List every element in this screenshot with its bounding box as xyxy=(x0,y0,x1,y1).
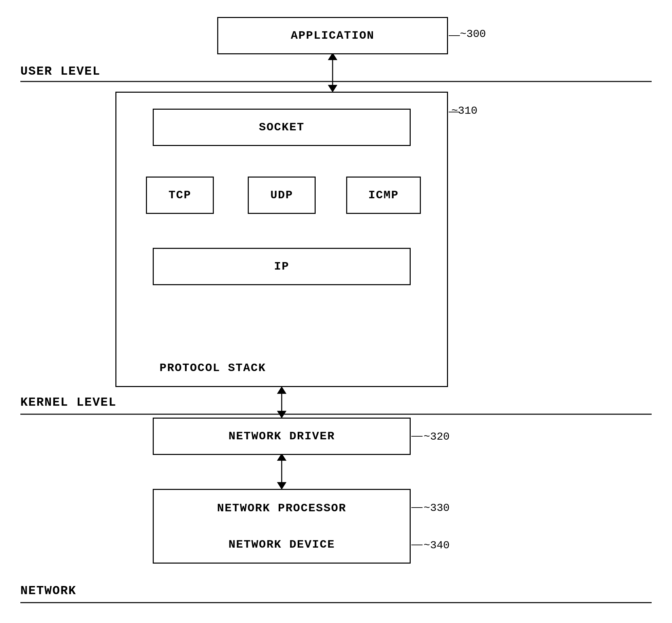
svg-marker-10 xyxy=(277,482,286,490)
network-level-label: NETWORK xyxy=(20,584,76,598)
network-device-label: NETWORK DEVICE xyxy=(228,538,335,551)
ref-300-value: 300 xyxy=(466,28,486,40)
ref-320: ~320 xyxy=(424,430,450,443)
svg-marker-8 xyxy=(277,386,286,394)
ref-330-value: 330 xyxy=(430,502,450,514)
ref-330: ~330 xyxy=(424,502,450,514)
diagram-container: USER LEVEL KERNEL LEVEL NETWORK APPLICAT… xyxy=(0,0,672,623)
ref-340: ~340 xyxy=(424,539,450,552)
ref-310-value: 310 xyxy=(458,105,478,117)
ip-box: IP xyxy=(153,248,411,285)
ref-320-tilde: ~ xyxy=(424,430,430,443)
application-label: APPLICATION xyxy=(291,29,374,42)
network-device-box: NETWORK DEVICE xyxy=(153,526,411,564)
ref-300: ~300 xyxy=(460,28,486,40)
ref-320-value: 320 xyxy=(430,430,450,443)
ip-label: IP xyxy=(274,260,290,273)
network-driver-box: NETWORK DRIVER xyxy=(153,418,411,455)
kernel-level-label: KERNEL LEVEL xyxy=(20,396,116,409)
application-box: APPLICATION xyxy=(217,17,448,54)
icmp-box: ICMP xyxy=(346,177,421,214)
tcp-box: TCP xyxy=(146,177,214,214)
svg-marker-4 xyxy=(328,85,337,92)
ref-340-tilde: ~ xyxy=(424,539,430,552)
icmp-label: ICMP xyxy=(368,189,399,202)
socket-box: SOCKET xyxy=(153,109,411,146)
udp-label: UDP xyxy=(270,189,293,202)
ref-300-tilde: ~ xyxy=(460,28,466,40)
network-driver-label: NETWORK DRIVER xyxy=(228,430,335,443)
network-processor-box: NETWORK PROCESSOR xyxy=(153,489,411,526)
ref-310: ~310 xyxy=(451,105,478,117)
protocol-stack-inner-label: PROTOCOL STACK xyxy=(160,362,266,374)
ref-340-value: 340 xyxy=(430,539,450,552)
ref-310-tilde: ~ xyxy=(451,105,458,117)
user-level-label: USER LEVEL xyxy=(20,65,100,78)
ref-330-tilde: ~ xyxy=(424,502,430,514)
protocol-stack-label: PROTOCOL STACK xyxy=(160,362,266,374)
svg-marker-7 xyxy=(277,411,286,418)
tcp-label: TCP xyxy=(168,189,191,202)
network-processor-label: NETWORK PROCESSOR xyxy=(217,502,347,515)
udp-box: UDP xyxy=(248,177,316,214)
socket-label: SOCKET xyxy=(259,121,304,134)
